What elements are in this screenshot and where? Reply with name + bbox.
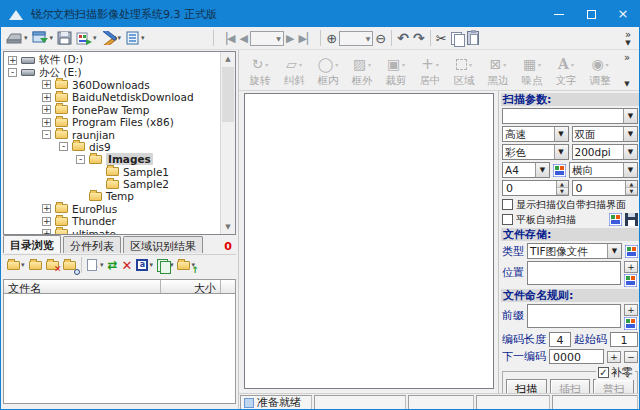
column-size[interactable]: 大小: [161, 280, 221, 293]
expander-icon[interactable]: +: [42, 204, 51, 213]
expander-icon[interactable]: -: [8, 68, 17, 77]
scan-settings-icon[interactable]: [609, 213, 622, 226]
insert-scan-button[interactable]: 插扫: [550, 379, 591, 393]
next-code-input[interactable]: 0000: [549, 349, 604, 364]
image-toolbar-overflow-button[interactable]: » ▼: [619, 50, 635, 90]
speed-combobox[interactable]: 高速▼: [502, 126, 569, 142]
expander-icon[interactable]: -: [59, 142, 68, 151]
tree-item[interactable]: Sample1: [4, 166, 219, 178]
duplex-combobox[interactable]: 双面▼: [572, 126, 639, 142]
start-code-input[interactable]: 1: [610, 332, 638, 347]
toolbar-overflow-button[interactable]: » ▼: [620, 30, 636, 47]
tab-directory-browse[interactable]: 目录浏览: [3, 235, 61, 253]
location-add-button[interactable]: +: [624, 261, 638, 273]
acquire-image-button[interactable]: ▾: [30, 29, 56, 48]
next-page-button[interactable]: ▶: [284, 29, 296, 48]
tree-item[interactable]: Sample2: [4, 178, 219, 190]
zoom-out-button[interactable]: ⊖: [373, 29, 388, 48]
rename-button[interactable]: a▾: [134, 256, 155, 274]
tab-file-list[interactable]: 分件列表: [63, 236, 121, 253]
maximize-button[interactable]: [575, 1, 607, 27]
crop-button[interactable]: ▣▾裁剪: [379, 55, 413, 86]
color-mode-combobox[interactable]: 彩色▼: [502, 144, 569, 160]
show-driver-ui-checkbox[interactable]: 显示扫描仪自带扫描界面: [502, 198, 638, 211]
last-page-button[interactable]: ▶▏: [296, 29, 317, 48]
new-folder-button[interactable]: [27, 256, 44, 274]
denoise-button[interactable]: ▦▾噪点: [515, 55, 549, 86]
column-filename[interactable]: 文件名: [4, 280, 161, 293]
tree-item[interactable]: Temp: [4, 190, 219, 202]
scroll-up-icon[interactable]: ▲: [221, 52, 235, 66]
spin-down-icon[interactable]: ▼: [557, 188, 568, 195]
remove-button[interactable]: ✕: [119, 256, 134, 274]
import-folder-button[interactable]: ↑▾: [175, 256, 197, 274]
prefix-input[interactable]: [527, 304, 621, 328]
tree-item[interactable]: +EuroPlus: [4, 203, 219, 215]
panel-divider[interactable]: [238, 50, 239, 409]
refresh-button[interactable]: ⇄: [105, 256, 119, 274]
tree-item[interactable]: +Thunder: [4, 215, 219, 227]
file-type-combobox[interactable]: TIF图像文件▼: [527, 243, 622, 259]
tree-item[interactable]: +软件 (D:): [4, 54, 219, 66]
tree-item[interactable]: -raunjian: [4, 128, 219, 140]
tree-item[interactable]: -dis9: [4, 141, 219, 153]
spin-down-icon[interactable]: ▼: [626, 188, 637, 195]
tree-item-selected[interactable]: -Images: [4, 153, 219, 165]
scan-button[interactable]: 扫描: [506, 379, 547, 393]
expander-icon[interactable]: +: [8, 56, 17, 65]
spin-up-icon[interactable]: ▲: [557, 181, 568, 188]
paper-size-combobox[interactable]: A4▼: [502, 162, 550, 178]
type-settings-icon[interactable]: [625, 245, 638, 258]
deskew-button[interactable]: ▱▾纠斜: [277, 55, 311, 86]
prev-page-button[interactable]: ◀: [238, 29, 250, 48]
open-folder-button[interactable]: ▾: [5, 256, 27, 274]
center-button[interactable]: +▾居中: [413, 55, 447, 86]
zoom-level-combobox[interactable]: ▼: [339, 31, 373, 46]
next-code-minus-button[interactable]: −: [624, 351, 638, 363]
scrollbar-thumb[interactable]: [222, 67, 234, 122]
pad-zero-checkbox[interactable]: ✓ 补零: [596, 365, 635, 380]
save-button[interactable]: [55, 29, 74, 48]
location-input[interactable]: [527, 261, 621, 285]
tree-item[interactable]: -办公 (E:): [4, 66, 219, 78]
cut-button[interactable]: ✂: [434, 29, 449, 48]
expander-icon[interactable]: -: [42, 130, 51, 139]
first-page-button[interactable]: ▕◀: [217, 29, 238, 48]
close-button[interactable]: ×: [607, 1, 639, 27]
redo-button[interactable]: ↷: [411, 29, 427, 48]
location-browse-icon[interactable]: [624, 274, 637, 287]
tree-item[interactable]: +360Downloads: [4, 79, 219, 91]
undo-button[interactable]: ↶: [395, 29, 411, 48]
file-list-body[interactable]: [3, 294, 236, 404]
spin-up-icon[interactable]: ▲: [626, 181, 637, 188]
save-settings-icon[interactable]: [625, 213, 638, 226]
code-length-input[interactable]: 4: [549, 332, 571, 347]
dpi-combobox[interactable]: 200dpi▼: [572, 144, 639, 160]
tree-item[interactable]: +FonePaw Temp: [4, 104, 219, 116]
search-folder-button[interactable]: [61, 256, 78, 274]
offset-top-spinner[interactable]: 0▲▼: [572, 180, 639, 196]
region-button[interactable]: ▾区域: [447, 55, 481, 86]
page-number-combobox[interactable]: ▼: [250, 31, 284, 46]
tree-item[interactable]: +BaiduNetdiskDownload: [4, 91, 219, 103]
paste-button[interactable]: [465, 29, 481, 48]
expander-icon[interactable]: +: [42, 105, 51, 114]
copy-files-button[interactable]: ▾: [155, 256, 176, 274]
zoom-in-button[interactable]: ⊕: [324, 29, 339, 48]
rotate-button[interactable]: ↻▾旋转: [243, 55, 277, 86]
minimize-button[interactable]: [543, 1, 575, 27]
prefix-add-button[interactable]: +: [624, 304, 638, 316]
tools-button[interactable]: ▾: [99, 29, 124, 48]
expander-icon[interactable]: +: [42, 80, 51, 89]
black-border-button[interactable]: ⊠▾黑边: [481, 55, 515, 86]
flatbed-auto-checkbox[interactable]: 平板自动扫描: [502, 213, 638, 226]
export-button[interactable]: ▾: [74, 29, 99, 48]
copy-button[interactable]: [449, 29, 465, 48]
expander-icon[interactable]: +: [42, 93, 51, 102]
offset-left-spinner[interactable]: 0▲▼: [502, 180, 569, 196]
tab-region-results[interactable]: 区域识别结果: [123, 236, 203, 253]
text-enhance-button[interactable]: A▾文字: [549, 55, 583, 86]
erase-outside-button[interactable]: ▨▾框外: [345, 55, 379, 86]
expander-icon[interactable]: +: [42, 118, 51, 127]
next-code-plus-button[interactable]: +: [607, 351, 621, 363]
